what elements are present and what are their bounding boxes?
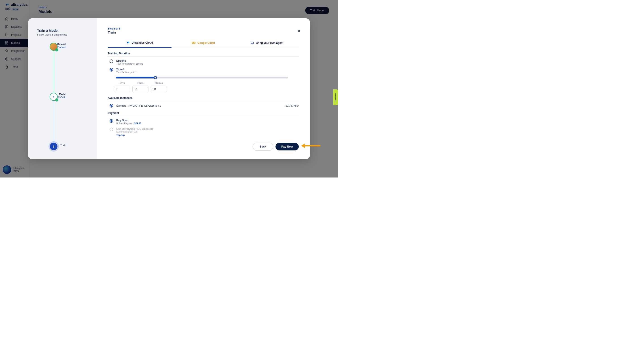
slider-thumb[interactable] xyxy=(154,76,157,79)
colab-icon xyxy=(192,42,196,44)
radio-icon[interactable] xyxy=(110,104,113,108)
section-available-instances: Available Instances xyxy=(108,96,299,101)
cloud-icon xyxy=(126,41,130,44)
agent-icon xyxy=(250,42,254,44)
close-button[interactable] xyxy=(296,28,302,34)
check-icon: ✓ xyxy=(55,48,58,52)
stepper: Dataset My Dataset ✓ Model YOLOv8n ✓ Tra… xyxy=(37,43,88,150)
time-inputs: Days Hours Minutes xyxy=(114,81,299,92)
train-tabs: Ultralytics Cloud Google Colab Bring you… xyxy=(108,39,299,48)
radio-timed[interactable]: Timed Train for time period xyxy=(110,68,299,74)
days-label: Days xyxy=(120,82,125,84)
step-indicator: Step 3 of 3 xyxy=(108,27,299,30)
modal-content: Step 3 of 3 Train Ultralytics Cloud Goog… xyxy=(96,18,310,159)
radio-icon[interactable] xyxy=(110,119,113,123)
svg-rect-14 xyxy=(251,42,254,44)
tab-google-colab[interactable]: Google Colab xyxy=(172,39,235,48)
duration-slider[interactable] xyxy=(116,77,288,78)
modal-left-title: Train a Model xyxy=(37,28,88,32)
hours-label: Hours xyxy=(138,82,144,84)
modal-left-subtitle: Follow these 3 simple steps xyxy=(37,33,88,36)
days-input[interactable] xyxy=(114,86,130,92)
feedback-tab[interactable]: Feedback xyxy=(333,90,338,105)
minutes-label: Minutes xyxy=(155,82,162,84)
modal-stepper-panel: Train a Model Follow these 3 simple step… xyxy=(28,18,96,159)
radio-use-hub-account[interactable]: Use Ultralytics HUB Account Current Bala… xyxy=(110,128,299,136)
step-node-train[interactable]: 3 xyxy=(50,142,58,150)
svg-point-12 xyxy=(192,42,194,44)
step-title: Train xyxy=(108,30,299,34)
back-button[interactable]: Back xyxy=(253,142,273,151)
svg-point-13 xyxy=(194,42,196,44)
instance-price: $0.74 / hour xyxy=(286,104,299,107)
tab-ultralytics-cloud[interactable]: Ultralytics Cloud xyxy=(108,39,172,48)
top-up-link[interactable]: Top-Up xyxy=(116,134,153,136)
radio-icon[interactable] xyxy=(110,128,113,131)
tab-bring-your-own-agent[interactable]: Bring your own agent xyxy=(235,39,299,48)
train-modal: Train a Model Follow these 3 simple step… xyxy=(28,18,310,159)
section-training-duration: Training Duration xyxy=(108,52,299,56)
step-label-train: Train xyxy=(60,144,66,146)
radio-icon[interactable] xyxy=(110,60,113,63)
svg-point-11 xyxy=(128,42,129,43)
instance-row[interactable]: Standard - NVIDIA T4 16 GB GDDR6 x 1 $0.… xyxy=(110,104,299,108)
step-node-model[interactable]: ✓ xyxy=(50,93,58,101)
pay-now-button[interactable]: Pay Now xyxy=(276,143,299,150)
radio-icon[interactable] xyxy=(110,68,113,72)
radio-epochs[interactable]: Epochs Train for number of epochs xyxy=(110,59,299,65)
step-node-dataset[interactable]: ✓ xyxy=(50,43,58,51)
modal-actions: Back Pay Now xyxy=(253,142,299,151)
check-icon: ✓ xyxy=(55,98,58,102)
hours-input[interactable] xyxy=(132,86,148,92)
section-payment: Payment xyxy=(108,112,299,116)
minutes-input[interactable] xyxy=(151,86,167,92)
radio-pay-now[interactable]: Pay Now Upfront Payment: $29.23 xyxy=(110,119,299,125)
